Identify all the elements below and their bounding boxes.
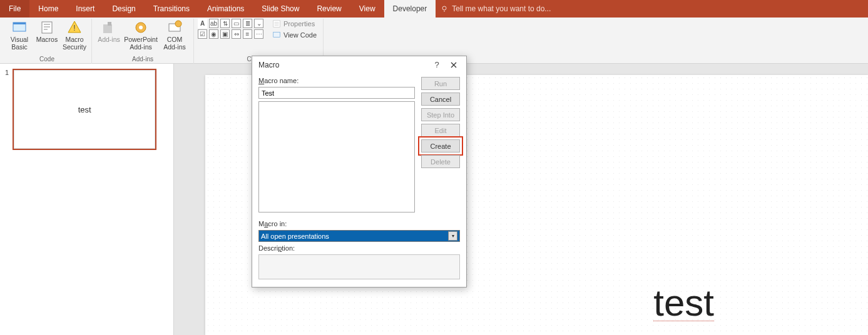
- tab-design[interactable]: Design: [103, 0, 144, 18]
- control-combo-icon[interactable]: ⌄: [254, 19, 263, 28]
- cancel-button[interactable]: Cancel: [421, 92, 460, 106]
- slide-thumbnail-panel: 1 test: [0, 64, 174, 335]
- close-button[interactable]: [450, 61, 461, 69]
- ribbon-tabs: File Home Insert Design Transitions Anim…: [0, 0, 868, 18]
- svg-rect-2: [13, 22, 26, 24]
- macro-in-label: Macro in:: [258, 220, 460, 228]
- tab-home[interactable]: Home: [29, 0, 67, 18]
- group-addins-label: Add-ins: [132, 56, 153, 64]
- addins-icon: [101, 20, 116, 35]
- macro-name-label: Macro name:: [258, 77, 415, 84]
- delete-button[interactable]: Delete: [421, 155, 460, 168]
- com-addins-button[interactable]: COM Add-ins: [160, 19, 190, 51]
- macro-in-select[interactable]: All open presentations ▾: [258, 230, 460, 242]
- tab-transitions[interactable]: Transitions: [145, 0, 198, 18]
- control-frame-icon[interactable]: ▭: [232, 19, 241, 28]
- tell-me-search[interactable]: Tell me what you want to do...: [441, 0, 551, 18]
- svg-point-10: [175, 21, 181, 27]
- create-button[interactable]: Create: [421, 139, 460, 152]
- svg-point-0: [442, 6, 446, 10]
- view-code-button[interactable]: View Code: [270, 30, 319, 40]
- edit-button[interactable]: Edit: [421, 124, 460, 137]
- group-addins: Add-ins PowerPoint Add-ins COM Add-ins A…: [92, 19, 194, 64]
- control-spin-icon[interactable]: ⇅: [220, 19, 230, 28]
- group-code: Visual Basic Macros ! Macro Security Cod…: [3, 19, 92, 64]
- svg-rect-3: [42, 22, 52, 33]
- tab-file[interactable]: File: [0, 0, 29, 18]
- slide-thumb-text: test: [78, 105, 91, 114]
- description-label: Description:: [258, 244, 460, 252]
- com-addins-label: COM Add-ins: [160, 36, 190, 51]
- control-checkbox-icon[interactable]: ☑: [198, 29, 207, 39]
- slide-number: 1: [5, 69, 9, 150]
- step-into-button[interactable]: Step Into: [421, 108, 460, 121]
- visual-basic-button[interactable]: Visual Basic: [6, 19, 33, 51]
- control-list-icon[interactable]: ≣: [243, 19, 252, 28]
- control-label-icon[interactable]: A: [198, 19, 207, 28]
- properties-button[interactable]: Properties: [270, 19, 319, 29]
- svg-text:!: !: [73, 24, 75, 32]
- addins-label: Add-ins: [98, 36, 120, 44]
- macro-security-icon: !: [67, 20, 82, 35]
- com-addins-icon: [167, 20, 182, 35]
- macros-button[interactable]: Macros: [34, 19, 60, 44]
- lightbulb-icon: [441, 5, 448, 12]
- tab-review[interactable]: Review: [308, 0, 350, 18]
- visual-basic-icon: [12, 20, 27, 35]
- control-textbox-icon[interactable]: ab: [209, 19, 218, 28]
- macro-security-button[interactable]: ! Macro Security: [61, 19, 88, 51]
- slide-title-text[interactable]: test: [653, 281, 714, 321]
- control-image-icon[interactable]: ▣: [220, 29, 230, 39]
- control-scroll-icon[interactable]: ⇔: [232, 29, 241, 39]
- ppt-addins-label: PowerPoint Add-ins: [123, 36, 158, 51]
- control-toggle-icon[interactable]: ≡: [243, 29, 252, 39]
- dialog-titlebar: Macro ?: [252, 56, 466, 73]
- visual-basic-label: Visual Basic: [6, 36, 33, 51]
- view-code-label: View Code: [283, 31, 317, 39]
- run-button[interactable]: Run: [421, 77, 460, 90]
- description-box: [258, 254, 460, 279]
- ppt-addins-button[interactable]: PowerPoint Add-ins: [123, 19, 158, 51]
- close-icon: [450, 61, 457, 69]
- tell-me-label: Tell me what you want to do...: [452, 4, 551, 13]
- group-code-label: Code: [39, 56, 54, 64]
- tab-developer[interactable]: Developer: [384, 0, 436, 18]
- properties-label: Properties: [283, 20, 315, 28]
- tab-animations[interactable]: Animations: [198, 0, 253, 18]
- tab-view[interactable]: View: [350, 0, 384, 18]
- help-button[interactable]: ?: [431, 60, 442, 69]
- macro-list[interactable]: [258, 101, 415, 212]
- gear-icon: [133, 20, 148, 35]
- macro-security-label: Macro Security: [61, 36, 88, 51]
- macros-label: Macros: [36, 36, 58, 44]
- view-code-icon: [272, 31, 281, 39]
- svg-rect-12: [273, 32, 280, 37]
- control-more-icon[interactable]: ⋯: [254, 29, 263, 39]
- macro-name-input[interactable]: [258, 87, 415, 99]
- tab-slideshow[interactable]: Slide Show: [253, 0, 308, 18]
- svg-rect-5: [103, 24, 112, 33]
- properties-icon: [272, 19, 281, 28]
- macros-icon: [39, 20, 54, 35]
- svg-point-8: [139, 26, 143, 29]
- tab-insert[interactable]: Insert: [67, 0, 103, 18]
- svg-rect-6: [108, 22, 111, 26]
- slide-thumbnail[interactable]: test: [13, 69, 156, 150]
- chevron-down-icon: ▾: [448, 231, 457, 241]
- macro-dialog: Macro ? Macro name: Run Cancel Step Into…: [252, 56, 467, 288]
- control-option-icon[interactable]: ◉: [209, 29, 218, 39]
- dialog-title: Macro: [258, 61, 279, 69]
- macro-in-value: All open presentations: [261, 232, 329, 240]
- addins-button[interactable]: Add-ins: [96, 19, 122, 44]
